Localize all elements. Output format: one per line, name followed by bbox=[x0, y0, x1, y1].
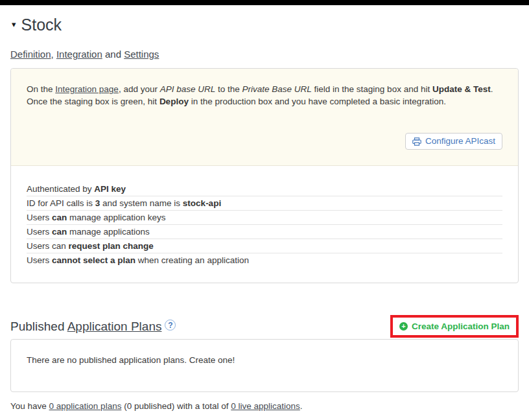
service-settings-summary: Authenticated by API key ID for API call… bbox=[11, 182, 518, 267]
application-plans-link[interactable]: Application Plans bbox=[67, 320, 162, 333]
plans-summary: You have 0 application plans (0 publishe… bbox=[10, 401, 519, 412]
page-title: ▾ Stock bbox=[12, 14, 519, 35]
settings-link[interactable]: Settings bbox=[124, 49, 159, 60]
main-content: ▾ Stock Definition, Integration and Sett… bbox=[10, 14, 519, 412]
summary-text-1: You have bbox=[10, 401, 49, 411]
row-bold: API key bbox=[94, 184, 126, 194]
row-bold: cannot select a plan bbox=[52, 255, 135, 265]
published-plans-title: Published Application Plans? bbox=[10, 319, 176, 334]
top-black-bar bbox=[0, 0, 529, 5]
row-bold: stock-api bbox=[183, 198, 221, 208]
private-base-url-term: Private Base URL bbox=[242, 84, 312, 94]
settings-list: Authenticated by API key ID for API call… bbox=[27, 182, 502, 267]
hint-button-row: Configure APIcast bbox=[27, 133, 502, 150]
configure-apicast-button[interactable]: Configure APIcast bbox=[405, 133, 502, 150]
row-text: manage applications bbox=[67, 227, 150, 237]
row-text: Authenticated by bbox=[27, 184, 94, 194]
update-test-term: Update & Test bbox=[432, 84, 491, 94]
row-bold: can bbox=[52, 213, 67, 222]
hint-text-2: , add your bbox=[119, 84, 160, 94]
summary-text-3: . bbox=[300, 401, 303, 411]
service-overview-panel: On the Integration page, add your API ba… bbox=[10, 68, 519, 283]
nav-conjunction: and bbox=[102, 49, 124, 60]
row-text: when creating an application bbox=[135, 255, 249, 265]
help-icon[interactable]: ? bbox=[165, 320, 176, 331]
live-applications-count-link[interactable]: 0 live applications bbox=[231, 401, 300, 411]
application-plans-count-link[interactable]: 0 application plans bbox=[49, 401, 122, 411]
apicast-printer-icon bbox=[412, 137, 421, 146]
plus-circle-icon: + bbox=[399, 322, 408, 331]
row-text: Users can bbox=[27, 241, 69, 251]
configure-apicast-label: Configure APIcast bbox=[425, 136, 495, 146]
summary-text-2: (0 published) with a total of bbox=[121, 401, 231, 411]
definition-link[interactable]: Definition bbox=[10, 49, 51, 60]
integration-hint-text: On the Integration page, add your API ba… bbox=[27, 83, 502, 108]
row-text: manage application keys bbox=[67, 213, 165, 222]
row-bold: request plan change bbox=[69, 241, 154, 251]
row-text: Users bbox=[27, 255, 52, 265]
hint-text-6: in the production box and you have compl… bbox=[189, 97, 446, 106]
hint-text-3: to the bbox=[215, 84, 242, 94]
collapse-triangle-icon[interactable]: ▾ bbox=[12, 14, 16, 35]
create-application-plan-button[interactable]: + Create Application Plan bbox=[395, 319, 513, 334]
integration-link[interactable]: Integration bbox=[56, 49, 102, 60]
no-plans-message: There are no published application plans… bbox=[27, 355, 502, 365]
api-base-url-term: API base URL bbox=[160, 84, 216, 94]
settings-row-auth: Authenticated by API key bbox=[27, 182, 502, 196]
settings-row-select-plan: Users cannot select a plan when creating… bbox=[27, 253, 502, 267]
row-bold: can bbox=[52, 227, 67, 237]
hint-text-4: field in the staging box and hit bbox=[312, 84, 432, 94]
hint-text-1: On the bbox=[27, 84, 55, 94]
service-name: Stock bbox=[21, 14, 62, 35]
settings-row-manage-apps: Users can manage applications bbox=[27, 225, 502, 239]
create-application-plan-label: Create Application Plan bbox=[412, 320, 510, 332]
service-nav: Definition, Integration and Settings bbox=[10, 48, 519, 60]
integration-hint-box: On the Integration page, add your API ba… bbox=[11, 69, 518, 166]
settings-row-plan-change: Users can request plan change bbox=[27, 239, 502, 253]
published-plans-header: Published Application Plans? + Create Ap… bbox=[10, 315, 519, 338]
deploy-term: Deploy bbox=[159, 97, 189, 106]
row-text: Users bbox=[27, 213, 52, 222]
row-text: Users bbox=[27, 227, 52, 237]
settings-row-id: ID for API calls is 3 and system name is… bbox=[27, 196, 502, 211]
nav-separator: , bbox=[51, 49, 56, 60]
row-text: ID for API calls is bbox=[27, 198, 95, 208]
settings-row-manage-keys: Users can manage application keys bbox=[27, 211, 502, 225]
row-text: and system name is bbox=[100, 198, 183, 208]
integration-page-link[interactable]: Integration page bbox=[55, 84, 119, 94]
published-label: Published bbox=[10, 320, 67, 333]
highlight-box: + Create Application Plan bbox=[390, 315, 519, 338]
published-plans-panel: There are no published application plans… bbox=[10, 339, 519, 392]
